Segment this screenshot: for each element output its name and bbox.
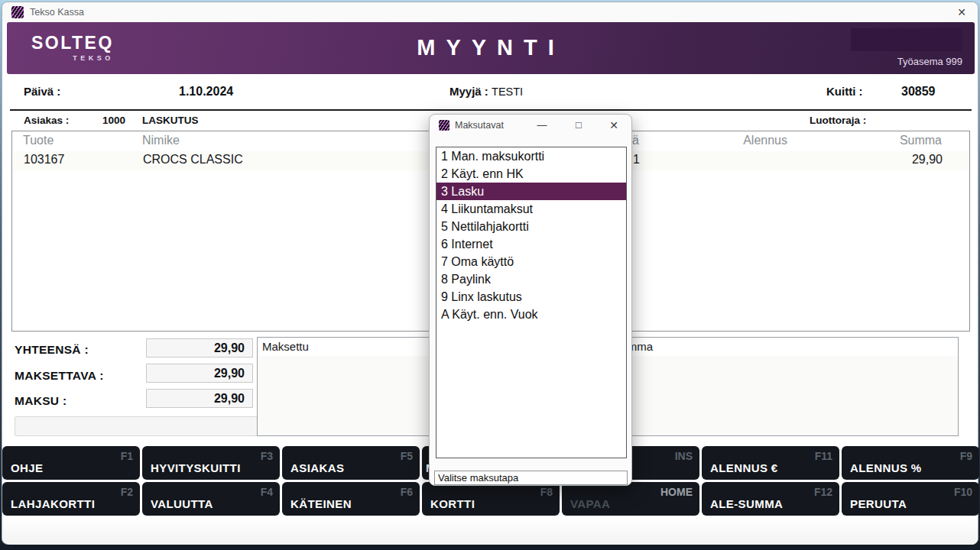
window-title: Tekso Kassa [30, 7, 84, 18]
payment-method-item[interactable]: 6 Internet [436, 235, 626, 253]
page-title: MYYNTI [7, 35, 975, 60]
bottom-status-strip [4, 519, 978, 545]
column-header-product: Tuote [23, 134, 54, 147]
button-label: KÄTEINEN [290, 497, 352, 510]
free-payment-button: VAPAA HOME [562, 482, 699, 516]
button-key: F9 [960, 450, 972, 462]
payment-method-item[interactable]: A Käyt. enn. Vuok [436, 306, 626, 323]
button-key: INS [675, 450, 693, 462]
credit-receipt-button[interactable]: HYVITYSKUITTI F3 [142, 446, 280, 480]
cell-name: CROCS CLASSIC [143, 153, 243, 167]
customer-button[interactable]: ASIAKAS F5 [282, 446, 420, 480]
window-titlebar: Tekso Kassa ✕ [2, 2, 978, 22]
tekso-app-icon [439, 120, 449, 131]
discount-euro-button[interactable]: ALENNUS € F11 [702, 446, 839, 480]
seller-label: Myyjä : [449, 85, 488, 98]
total-value: 29,90 [146, 338, 253, 358]
button-key: F10 [954, 486, 972, 498]
button-label: VALUUTTA [151, 497, 213, 510]
button-label: ASIAKAS [290, 461, 344, 474]
header-dark-panel [851, 28, 962, 51]
window-close-icon[interactable]: ✕ [953, 5, 970, 20]
close-icon[interactable]: ✕ [605, 118, 622, 133]
seller-field: Myyjä : TESTI [449, 85, 523, 98]
button-key: F2 [121, 486, 133, 498]
app-header: SOLTEQ TEKSO MYYNTI Työasema 999 [7, 22, 975, 74]
button-key: F11 [815, 450, 832, 462]
dialog-status-bar: Valitse maksutapa [434, 471, 628, 485]
payment-method-item[interactable]: 9 Linx laskutus [436, 288, 626, 306]
credit-limit-label: Luottoraja : [810, 115, 866, 126]
column-header-total: Summa [815, 134, 942, 147]
payment-method-item[interactable]: 2 Käyt. enn HK [436, 165, 626, 183]
header-divider [10, 109, 972, 111]
column-header-discount: Alennus [685, 134, 787, 147]
customer-label: Asiakas : [24, 115, 69, 126]
payment-method-item[interactable]: 5 Nettilahjakortti [436, 218, 626, 235]
customer-code: 1000 [102, 115, 125, 126]
cell-product: 103167 [24, 153, 64, 167]
receipt-number-label: Kuitti : [826, 85, 862, 98]
payment-method-item-selected[interactable]: 3 Lasku [436, 183, 626, 200]
customer-name: LASKUTUS [142, 115, 199, 126]
tekso-app-icon [11, 6, 24, 18]
card-button[interactable]: KORTTI F8 [422, 482, 560, 516]
cancel-button[interactable]: PERUUTA F10 [842, 482, 979, 516]
payable-label: MAKSETTAVA : [15, 369, 104, 383]
minimize-icon[interactable]: — [534, 118, 550, 133]
button-label: LAHJAKORTTI [11, 497, 95, 510]
payment-method-item[interactable]: 7 Oma käyttö [436, 253, 626, 270]
discount-percent-button[interactable]: ALENNUS % F9 [842, 446, 979, 480]
button-key: F5 [401, 450, 413, 462]
button-label: ALE-SUMMA [710, 497, 783, 510]
paid-panel-title: Maksettu [262, 340, 309, 353]
date-label: Päivä : [24, 85, 60, 98]
button-key: F12 [814, 486, 832, 498]
total-label: YHTEENSÄ : [15, 343, 89, 357]
button-label: OHJE [11, 461, 43, 474]
currency-button[interactable]: VALUUTTA F4 [142, 482, 280, 516]
date-value: 1.10.2024 [179, 85, 233, 99]
cell-total: 29,90 [816, 153, 943, 167]
button-key: HOME [660, 486, 693, 498]
amount-entry-field[interactable] [15, 416, 267, 436]
button-key: F6 [401, 486, 413, 498]
workstation-label: Työasema 999 [897, 56, 962, 67]
dialog-title: Maksutavat [455, 120, 504, 131]
button-key: F4 [261, 486, 273, 498]
help-button[interactable]: OHJE F1 [2, 446, 140, 480]
receipt-number-value: 30859 [901, 85, 936, 99]
button-label: ALENNUS € [710, 461, 778, 474]
button-key: F1 [121, 450, 133, 462]
payment-method-list: 1 Man. maksukortti 2 Käyt. enn HK 3 Lask… [436, 147, 627, 458]
payable-value: 29,90 [146, 364, 253, 383]
button-label: KORTTI [430, 497, 475, 510]
button-label: VAPAA [570, 497, 610, 510]
cash-button[interactable]: KÄTEINEN F6 [282, 482, 420, 516]
tekso-kassa-window: Tekso Kassa ✕ SOLTEQ TEKSO MYYNTI Työase… [2, 2, 978, 545]
payment-value: 29,90 [146, 389, 253, 408]
button-label: PERUUTA [850, 497, 907, 510]
payment-label: MAKSU : [15, 394, 67, 408]
button-label: ALENNUS % [850, 461, 922, 474]
maximize-icon[interactable]: □ [570, 118, 587, 133]
payment-method-item[interactable]: 8 Paylink [436, 270, 626, 288]
button-key: F3 [261, 450, 273, 462]
payment-methods-dialog: Maksutavat — □ ✕ 1 Man. maksukortti 2 Kä… [429, 114, 632, 486]
gift-card-button[interactable]: LAHJAKORTTI F2 [2, 482, 140, 516]
dialog-titlebar: Maksutavat — □ ✕ [430, 115, 631, 136]
payment-method-item[interactable]: 4 Liikuntamaksut [436, 200, 626, 218]
function-button-row-2: LAHJAKORTTI F2 VALUUTTA F4 KÄTEINEN F6 K… [2, 482, 979, 516]
discount-total-button[interactable]: ALE-SUMMA F12 [702, 482, 839, 516]
seller-value: TESTI [492, 86, 523, 98]
button-label: HYVITYSKUITTI [151, 461, 241, 474]
column-header-name: Nimike [142, 134, 180, 147]
button-key: F8 [540, 486, 553, 498]
payment-method-item[interactable]: 1 Man. maksukortti [436, 147, 626, 165]
